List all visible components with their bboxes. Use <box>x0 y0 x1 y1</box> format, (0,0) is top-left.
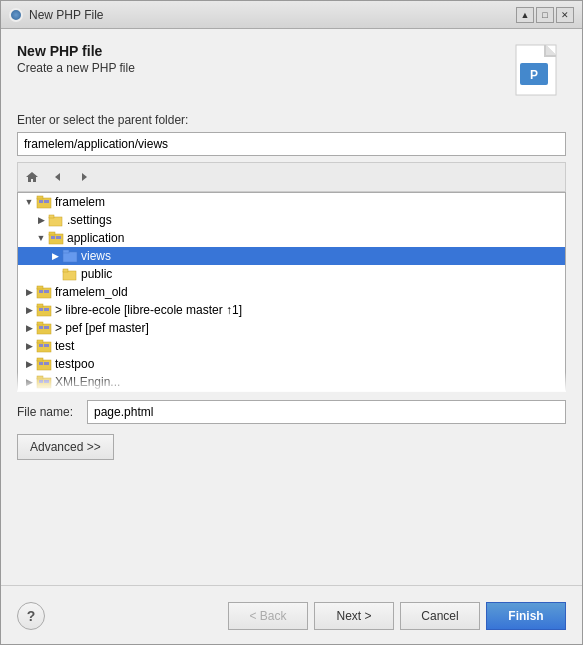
svg-rect-29 <box>39 326 43 329</box>
svg-rect-21 <box>39 290 43 293</box>
label-testpoo: testpoo <box>55 357 94 371</box>
new-php-file-dialog: New PHP File ▲ □ ✕ New PHP file Create a… <box>0 0 583 645</box>
svg-rect-14 <box>56 236 61 239</box>
svg-rect-16 <box>63 250 69 253</box>
folder-path-input[interactable] <box>17 132 566 156</box>
svg-rect-32 <box>37 340 43 343</box>
svg-rect-18 <box>63 269 68 272</box>
svg-rect-25 <box>39 308 43 311</box>
tree-item-libre-ecole[interactable]: ▶ > libre-ecole [libre-ecole master ↑1] <box>18 301 565 319</box>
minimize-button[interactable]: ▲ <box>516 7 534 23</box>
tree-item-settings[interactable]: ▶ .settings <box>18 211 565 229</box>
file-name-input[interactable] <box>87 400 566 424</box>
tree-item-public[interactable]: public <box>18 265 565 283</box>
section-title: New PHP file <box>17 43 135 59</box>
tree-view[interactable]: ▼ framelem ▶ <box>17 192 566 392</box>
label-settings: .settings <box>67 213 112 227</box>
svg-rect-33 <box>39 344 43 347</box>
toggle-framelem[interactable]: ▼ <box>22 195 36 209</box>
title-bar-controls: ▲ □ ✕ <box>516 7 574 23</box>
svg-rect-7 <box>39 200 43 203</box>
svg-rect-36 <box>37 358 43 361</box>
svg-rect-42 <box>44 380 49 383</box>
nav-buttons: < Back Next > Cancel Finish <box>228 602 566 630</box>
tree-item-test[interactable]: ▶ test <box>18 337 565 355</box>
icon-libre-ecole <box>36 302 52 318</box>
button-row: ? < Back Next > Cancel Finish <box>1 594 582 644</box>
svg-rect-17 <box>63 271 76 280</box>
finish-button[interactable]: Finish <box>486 602 566 630</box>
label-test: test <box>55 339 74 353</box>
label-libre-ecole: > libre-ecole [libre-ecole master ↑1] <box>55 303 242 317</box>
tree-item-xmlengine[interactable]: ▶ XMLEngin... <box>18 373 565 391</box>
home-button[interactable] <box>20 166 44 188</box>
svg-rect-40 <box>37 376 43 379</box>
toggle-libre-ecole[interactable]: ▶ <box>22 303 36 317</box>
svg-rect-37 <box>39 362 43 365</box>
label-views: views <box>81 249 111 263</box>
toggle-test[interactable]: ▶ <box>22 339 36 353</box>
label-public: public <box>81 267 112 281</box>
header-titles: New PHP file Create a new PHP file <box>17 43 135 87</box>
file-name-label: File name: <box>17 405 87 419</box>
back-nav-button[interactable] <box>46 166 70 188</box>
svg-rect-34 <box>44 344 49 347</box>
label-application: application <box>67 231 124 245</box>
icon-framelem-old <box>36 284 52 300</box>
tree-item-testpoo[interactable]: ▶ testpoo <box>18 355 565 373</box>
icon-views <box>62 248 78 264</box>
toggle-settings[interactable]: ▶ <box>34 213 48 227</box>
svg-rect-13 <box>51 236 55 239</box>
file-name-row: File name: <box>17 400 566 424</box>
svg-rect-9 <box>49 217 62 226</box>
svg-rect-10 <box>49 215 54 218</box>
maximize-button[interactable]: □ <box>536 7 554 23</box>
main-content: New PHP file Create a new PHP file P Ent… <box>1 29 582 577</box>
label-framelem: framelem <box>55 195 105 209</box>
svg-rect-12 <box>49 232 55 235</box>
svg-rect-20 <box>37 286 43 289</box>
svg-rect-28 <box>37 322 43 325</box>
toggle-testpoo[interactable]: ▶ <box>22 357 36 371</box>
icon-xmlengine <box>36 374 52 390</box>
svg-text:P: P <box>530 68 538 82</box>
icon-pef <box>36 320 52 336</box>
tree-item-views[interactable]: ▶ views <box>18 247 565 265</box>
next-button[interactable]: Next > <box>314 602 394 630</box>
toggle-public[interactable] <box>48 267 62 281</box>
title-bar-text: New PHP File <box>29 8 510 22</box>
cancel-button[interactable]: Cancel <box>400 602 480 630</box>
tree-item-application[interactable]: ▼ application <box>18 229 565 247</box>
icon-public <box>62 266 78 282</box>
forward-nav-button[interactable] <box>72 166 96 188</box>
close-button[interactable]: ✕ <box>556 7 574 23</box>
bottom-divider <box>1 585 582 586</box>
svg-rect-6 <box>37 196 43 199</box>
header-row: New PHP file Create a new PHP file P <box>17 43 566 101</box>
tree-item-framelem[interactable]: ▼ framelem <box>18 193 565 211</box>
tree-view-container: ▼ framelem ▶ <box>17 192 566 392</box>
svg-rect-22 <box>44 290 49 293</box>
svg-rect-30 <box>44 326 49 329</box>
icon-settings <box>48 212 64 228</box>
back-button[interactable]: < Back <box>228 602 308 630</box>
title-bar: New PHP File ▲ □ ✕ <box>1 1 582 29</box>
toggle-views[interactable]: ▶ <box>48 249 62 263</box>
tree-item-framelem-old[interactable]: ▶ framelem_old <box>18 283 565 301</box>
svg-rect-26 <box>44 308 49 311</box>
icon-application <box>48 230 64 246</box>
toggle-xmlengine[interactable]: ▶ <box>22 375 36 389</box>
icon-testpoo <box>36 356 52 372</box>
php-file-icon: P <box>514 43 566 101</box>
toggle-pef[interactable]: ▶ <box>22 321 36 335</box>
folder-label: Enter or select the parent folder: <box>17 113 566 127</box>
svg-rect-8 <box>44 200 49 203</box>
icon-test <box>36 338 52 354</box>
icon-framelem <box>36 194 52 210</box>
svg-rect-38 <box>44 362 49 365</box>
help-button[interactable]: ? <box>17 602 45 630</box>
advanced-button[interactable]: Advanced >> <box>17 434 114 460</box>
toggle-application[interactable]: ▼ <box>34 231 48 245</box>
toggle-framelem-old[interactable]: ▶ <box>22 285 36 299</box>
tree-item-pef[interactable]: ▶ > pef [pef master] <box>18 319 565 337</box>
